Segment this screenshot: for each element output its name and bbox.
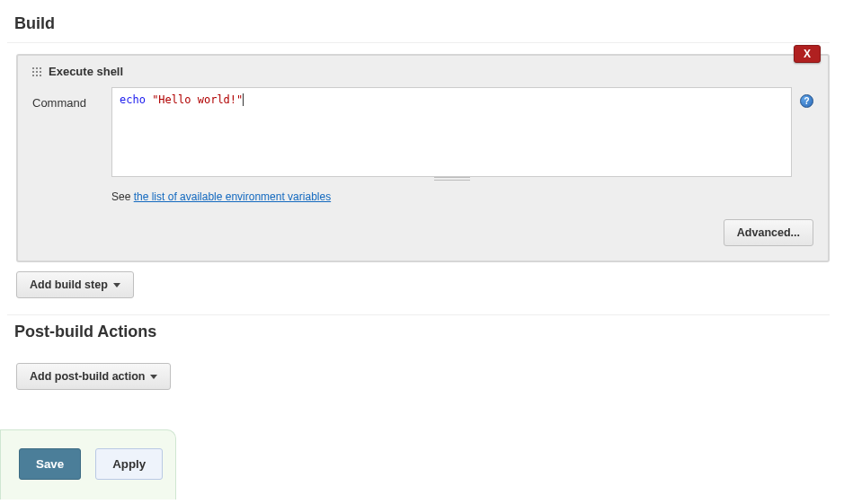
help-icon[interactable]: ?	[800, 93, 813, 108]
step-title: Execute shell	[49, 65, 123, 78]
command-hint: See the list of available environment va…	[111, 190, 792, 203]
postbuild-section-title: Post-build Actions	[7, 314, 830, 350]
chevron-down-icon	[113, 283, 120, 287]
drag-handle-icon[interactable]	[32, 67, 41, 76]
add-build-step-button[interactable]: Add build step	[16, 271, 134, 298]
build-step-execute-shell: X Execute shell Command echo "Hello worl…	[16, 54, 830, 262]
advanced-button[interactable]: Advanced...	[724, 219, 813, 246]
add-post-build-action-label: Add post-build action	[30, 370, 145, 383]
add-post-build-action-button[interactable]: Add post-build action	[16, 363, 171, 390]
command-label: Command	[32, 87, 95, 110]
add-build-step-label: Add build step	[30, 279, 108, 291]
command-input[interactable]: echo "Hello world!"	[111, 87, 792, 177]
delete-step-button[interactable]: X	[794, 45, 821, 63]
save-bar: Save Apply	[0, 429, 176, 500]
build-section-title: Build	[7, 7, 830, 43]
chevron-down-icon	[150, 375, 157, 379]
save-button[interactable]: Save	[19, 448, 81, 480]
env-vars-link[interactable]: the list of available environment variab…	[134, 190, 331, 203]
apply-button[interactable]: Apply	[95, 448, 163, 480]
